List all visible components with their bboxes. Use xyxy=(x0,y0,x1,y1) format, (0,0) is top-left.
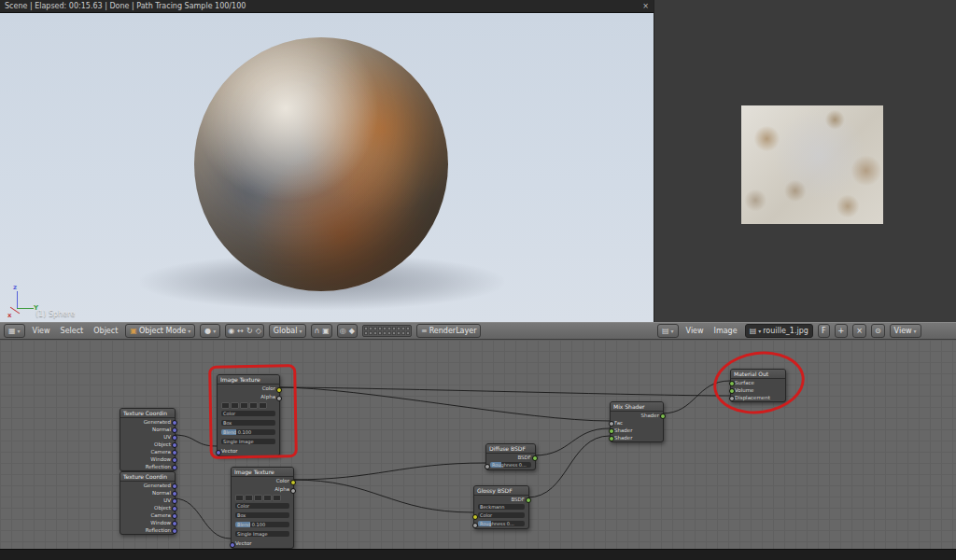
row-single-image[interactable]: Single Image xyxy=(218,439,279,447)
menu-image[interactable]: Image xyxy=(711,327,740,335)
new-image-button[interactable]: + xyxy=(835,324,849,338)
input-socket-vector[interactable] xyxy=(216,450,221,455)
node-out[interactable]: Material OutSurfaceVolumeDisplacement xyxy=(730,369,786,402)
input-socket-color[interactable] xyxy=(472,514,478,520)
layer-toggle[interactable] xyxy=(406,327,410,330)
layer-toggle[interactable] xyxy=(373,331,377,335)
row-blend-0-100[interactable]: Blend 0.100 xyxy=(232,522,293,530)
layers-grid[interactable] xyxy=(362,325,412,337)
row-single-image[interactable]: Single Image xyxy=(232,531,293,539)
rotate-icon[interactable]: ↻ xyxy=(246,327,253,335)
chevron-down-icon: ▾ xyxy=(671,326,674,337)
node-wire xyxy=(174,498,231,539)
snap-cluster[interactable]: ∩ ▣ xyxy=(311,324,331,338)
fake-user-button[interactable]: F xyxy=(818,324,830,338)
row-roughness-0-[interactable]: Roughness 0... xyxy=(474,521,528,528)
viewport-shading-selector[interactable]: ● ▾ xyxy=(200,324,220,338)
row-file[interactable] xyxy=(232,494,293,502)
row-box[interactable]: Box xyxy=(232,512,293,521)
layer-toggle[interactable] xyxy=(378,331,382,335)
layer-toggle[interactable] xyxy=(392,331,396,335)
node-title[interactable]: Glossy BSDF xyxy=(474,486,528,496)
output-socket-alpha[interactable] xyxy=(276,396,282,401)
input-socket-roughness 0...[interactable] xyxy=(485,464,490,469)
node-gl[interactable]: Glossy BSDFBSDFBeckmannColorRoughness 0.… xyxy=(473,485,529,529)
node-tc2[interactable]: Texture CoordinGeneratedNormalUVObjectCa… xyxy=(120,471,176,535)
image-editor-header-bar: ▤ ▾ View Image ▤ ▾ rouille_1.jpg F + × ⊙… xyxy=(654,322,956,340)
mode-selector[interactable]: ▣ Object Mode ▾ xyxy=(125,324,195,338)
node-mx[interactable]: Mix ShaderShaderFacShaderShader xyxy=(610,401,664,442)
node-df[interactable]: Diffuse BSDFBSDFRoughness 0... xyxy=(485,443,536,470)
layer-toggle[interactable] xyxy=(387,327,391,330)
output-socket-alpha[interactable] xyxy=(290,488,296,494)
opengl-render-icon[interactable]: ◎ xyxy=(340,327,346,335)
layer-toggle[interactable] xyxy=(364,327,368,330)
render-cluster[interactable]: ◎ ◆ xyxy=(337,324,358,338)
output-socket-reflection[interactable] xyxy=(172,528,177,534)
unlink-image-button[interactable]: × xyxy=(852,324,866,338)
input-socket-vector[interactable] xyxy=(230,542,235,548)
output-socket-bsdf[interactable] xyxy=(526,497,531,503)
layer-toggle[interactable] xyxy=(406,331,410,335)
layer-toggle[interactable] xyxy=(383,331,387,335)
scale-icon[interactable]: ◇ xyxy=(256,327,261,335)
layer-toggle[interactable] xyxy=(378,327,382,330)
row-blend-0-100[interactable]: Blend 0.100 xyxy=(218,429,279,438)
close-icon[interactable]: × xyxy=(642,0,649,12)
layer-toggle[interactable] xyxy=(369,327,373,330)
pin-button[interactable]: ⊙ xyxy=(871,324,885,338)
editor-type-selector[interactable]: ▦ ▾ xyxy=(4,324,25,338)
menu-view[interactable]: View xyxy=(683,327,707,335)
node-title[interactable]: Texture Coordin xyxy=(120,472,175,482)
input-socket-roughness 0...[interactable] xyxy=(472,523,478,528)
layer-toggle[interactable] xyxy=(401,327,405,330)
row-color[interactable]: Color xyxy=(232,503,293,511)
menu-view[interactable]: View xyxy=(30,327,53,335)
node-it2[interactable]: Image TextureColorAlphaColorBoxBlend 0.1… xyxy=(231,467,294,549)
layer-toggle[interactable] xyxy=(401,331,405,335)
output-socket-bsdf[interactable] xyxy=(532,455,538,461)
layer-toggle[interactable] xyxy=(364,331,368,335)
menu-select[interactable]: Select xyxy=(58,327,87,335)
node-editor[interactable]: Texture CoordinGeneratedNormalUVObjectCa… xyxy=(0,340,956,549)
input-socket-shader[interactable] xyxy=(609,436,614,441)
output-socket-reflection[interactable] xyxy=(172,465,177,470)
node-title[interactable]: Image Texture xyxy=(218,375,279,385)
manipulator-cluster[interactable]: ◉ ↔ ↻ ◇ xyxy=(225,324,264,338)
row-file[interactable] xyxy=(218,401,279,410)
render-status-bar: Scene | Elapsed: 00:15.63 | Done | Path … xyxy=(0,0,654,13)
row-box[interactable]: Box xyxy=(218,420,279,428)
magnet-icon[interactable]: ∩ xyxy=(314,327,319,335)
node-tc1[interactable]: Texture CoordinGeneratedNormalUVObjectCa… xyxy=(120,408,176,471)
output-socket-color[interactable] xyxy=(276,387,282,393)
node-it1[interactable]: Image TextureColorAlphaColorBoxBlend 0.1… xyxy=(217,374,280,456)
layer-toggle[interactable] xyxy=(392,327,396,330)
snap-element-icon[interactable]: ▣ xyxy=(322,327,330,335)
renderlayer-selector[interactable]: ≡ RenderLayer xyxy=(416,324,482,338)
layer-toggle[interactable] xyxy=(373,327,377,330)
layer-toggle[interactable] xyxy=(383,327,387,330)
image-datablock[interactable]: ▤ ▾ rouille_1.jpg xyxy=(745,324,813,338)
layer-toggle[interactable] xyxy=(397,327,401,330)
orientation-selector[interactable]: Global ▾ xyxy=(269,324,307,338)
layer-toggle[interactable] xyxy=(387,331,391,335)
row-color[interactable]: Color xyxy=(474,512,528,520)
opengl-anim-icon[interactable]: ◆ xyxy=(349,327,355,335)
node-title[interactable]: Mix Shader xyxy=(611,402,663,412)
node-title[interactable]: Diffuse BSDF xyxy=(486,444,535,454)
translate-icon[interactable]: ↔ xyxy=(237,327,244,335)
node-title[interactable]: Image Texture xyxy=(232,468,293,477)
menu-object[interactable]: Object xyxy=(91,327,120,335)
node-title[interactable]: Material Out xyxy=(731,370,785,379)
view-mode-selector[interactable]: View ▾ xyxy=(890,324,921,338)
row-color[interactable]: Color xyxy=(218,411,279,419)
input-socket-displacement[interactable] xyxy=(729,396,735,401)
layer-toggle[interactable] xyxy=(397,331,401,335)
node-title[interactable]: Texture Coordin xyxy=(120,409,175,418)
row-roughness-0-[interactable]: Roughness 0... xyxy=(486,462,535,469)
row-beckmann[interactable]: Beckmann xyxy=(474,504,528,511)
layer-toggle[interactable] xyxy=(369,331,373,335)
editor-type-selector[interactable]: ▤ ▾ xyxy=(657,324,679,338)
output-socket-color[interactable] xyxy=(290,480,296,485)
pivot-icon[interactable]: ◉ xyxy=(228,327,234,335)
